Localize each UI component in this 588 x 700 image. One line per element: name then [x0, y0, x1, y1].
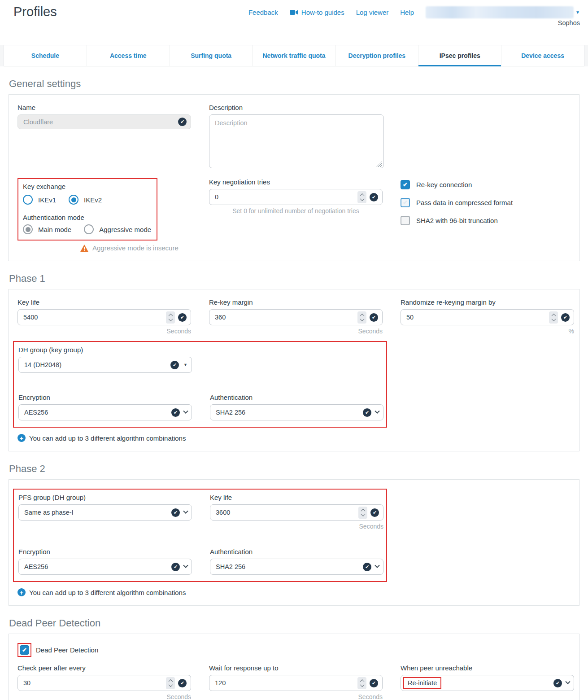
p1-dh-group-select[interactable]: 14 (DH2048) ✔ ▼ [18, 357, 192, 373]
p2-key-life-input[interactable] [216, 509, 358, 516]
p1-key-life-input[interactable] [23, 314, 166, 321]
aggressive-warning: Aggressive mode is insecure [80, 244, 191, 252]
p1-authentication-select[interactable]: SHA2 256 ✔ [210, 404, 383, 420]
chevron-down-icon [183, 409, 188, 414]
p2-add-combination[interactable]: + You can add up to 3 different algorith… [17, 588, 571, 596]
sha2-truncation-checkbox[interactable]: ✔ [401, 216, 410, 225]
p1-rekey-margin-label: Re-key margin [209, 298, 383, 306]
p1-rekey-margin-field[interactable]: ✔ [209, 309, 383, 325]
dpd-wait-label: Wait for response up to [209, 664, 383, 672]
dpd-unreachable-select[interactable]: Re-initiate ✔ [401, 675, 574, 691]
key-exchange-annotation-box: Key exchange IKEv1 IKEv2 Authentication … [17, 178, 157, 241]
description-input[interactable] [209, 114, 384, 168]
p1-rekey-margin-unit: Seconds [209, 328, 383, 335]
feedback-link[interactable]: Feedback [248, 9, 278, 16]
plus-circle-icon: + [17, 434, 26, 442]
number-spinner-icon[interactable] [357, 311, 366, 324]
dpd-wait-input[interactable] [215, 679, 357, 687]
p1-encryption-select[interactable]: AES256 ✔ [18, 404, 192, 420]
p2-pfs-group-select[interactable]: Same as phase-I ✔ [18, 504, 192, 521]
auth-mode-label: Authentication mode [23, 214, 151, 221]
number-spinner-icon[interactable] [166, 311, 175, 324]
dpd-check-peer-label: Check peer after every [17, 664, 191, 672]
radio-ikev2-circle[interactable] [69, 195, 78, 205]
p2-authentication-select[interactable]: SHA2 256 ✔ [210, 559, 383, 575]
number-spinner-icon[interactable] [166, 677, 175, 689]
tab-surfing-quota[interactable]: Surfing quota [170, 45, 253, 66]
p1-encryption-label: Encryption [18, 394, 192, 401]
valid-check-icon: ✔ [171, 408, 180, 417]
dpd-checkbox[interactable]: ✔ [20, 645, 29, 655]
tab-schedule[interactable]: Schedule [4, 45, 87, 66]
radio-aggressive-mode[interactable]: Aggressive mode [84, 224, 151, 234]
caret-down-icon: ▼ [575, 10, 580, 15]
p1-add-combination[interactable]: + You can add up to 3 different algorith… [17, 434, 571, 442]
radio-main-mode[interactable]: Main mode [23, 224, 71, 234]
valid-check-icon: ✔ [370, 193, 378, 201]
key-negotiation-input[interactable] [215, 193, 357, 201]
plus-circle-icon: + [17, 588, 26, 596]
p2-encryption-select[interactable]: AES256 ✔ [18, 559, 192, 575]
sha2-truncation-checkbox-row[interactable]: ✔ SHA2 with 96-bit truncation [401, 216, 574, 225]
p1-randomize-input[interactable] [406, 314, 549, 321]
howto-guides-link[interactable]: How-to guides [290, 9, 344, 16]
valid-check-icon: ✔ [171, 508, 180, 517]
account-name-redacted [426, 6, 574, 18]
account-menu[interactable]: ▼ [426, 6, 580, 18]
radio-main-mode-circle[interactable] [23, 224, 33, 234]
p1-rekey-margin-input[interactable] [215, 314, 357, 321]
warning-triangle-icon [80, 245, 88, 252]
valid-check-icon: ✔ [363, 563, 371, 571]
p1-dh-group-label: DH group (key group) [18, 346, 192, 354]
radio-ikev1[interactable]: IKEv1 [23, 195, 56, 205]
log-viewer-link[interactable]: Log viewer [356, 9, 389, 16]
tab-network-traffic-quota[interactable]: Network traffic quota [253, 45, 335, 66]
help-link[interactable]: Help [400, 9, 414, 16]
radio-aggressive-mode-circle[interactable] [84, 224, 94, 234]
tab-device-access[interactable]: Device access [501, 45, 584, 66]
chevron-down-icon [375, 563, 379, 568]
tab-decryption-profiles[interactable]: Decryption profiles [335, 45, 418, 66]
valid-check-icon: ✔ [363, 408, 371, 417]
key-negotiation-hint: Set 0 for unlimited number of negotiatio… [209, 207, 383, 214]
valid-check-icon: ✔ [178, 118, 187, 126]
dpd-wait-unit: Seconds [209, 693, 383, 700]
dpd-check-peer-unit: Seconds [17, 693, 191, 700]
dpd-unreachable-label: When peer unreachable [401, 664, 574, 672]
key-negotiation-label: Key negotiation tries [209, 178, 383, 186]
page-header: Profiles Feedback How-to guides Log view… [0, 0, 588, 45]
header-links: Feedback How-to guides Log viewer Help ▼ [248, 6, 580, 18]
dpd-wait-field[interactable]: ✔ [209, 675, 383, 691]
phase1-algorithms-annotation-box: DH group (key group) 14 (DH2048) ✔ ▼ Enc… [13, 341, 387, 428]
number-spinner-icon[interactable] [357, 191, 366, 203]
p2-key-life-unit: Seconds [210, 523, 383, 530]
tab-access-time[interactable]: Access time [87, 45, 170, 66]
number-spinner-icon[interactable] [358, 507, 367, 519]
dpd-check-peer-input[interactable] [23, 679, 166, 687]
phase2-algorithms-annotation-box: PFS group (DH group) Same as phase-I ✔ K… [13, 489, 387, 582]
pass-data-checkbox-row[interactable]: ✔ Pass data in compressed format [401, 198, 574, 207]
valid-check-icon: ✔ [370, 508, 379, 517]
p2-encryption-label: Encryption [18, 548, 192, 556]
dpd-checkbox-annotation-box: ✔ [17, 643, 31, 657]
p2-key-life-field[interactable]: ✔ [210, 504, 383, 521]
radio-ikev2[interactable]: IKEv2 [69, 195, 102, 205]
p1-authentication-label: Authentication [210, 394, 383, 401]
valid-check-icon: ✔ [178, 313, 187, 322]
rekey-connection-checkbox[interactable]: ✔ [401, 180, 410, 189]
rekey-connection-checkbox-row[interactable]: ✔ Re-key connection [401, 180, 574, 189]
phase2-section: Phase 2 PFS group (DH group) Same as pha… [8, 463, 580, 606]
radio-ikev1-circle[interactable] [23, 195, 33, 205]
tab-ipsec-profiles[interactable]: IPsec profiles [418, 45, 501, 66]
video-camera-icon [290, 9, 298, 15]
number-spinner-icon[interactable] [357, 677, 366, 689]
description-label: Description [209, 104, 383, 111]
p1-randomize-field[interactable]: ✔ [401, 309, 574, 325]
dpd-section: Dead Peer Detection ✔ Dead Peer Detectio… [8, 617, 580, 700]
pass-data-checkbox[interactable]: ✔ [401, 198, 410, 207]
name-label: Name [17, 104, 191, 111]
key-negotiation-field[interactable]: ✔ [209, 189, 383, 205]
p1-key-life-field[interactable]: ✔ [17, 309, 191, 325]
number-spinner-icon[interactable] [549, 311, 558, 324]
dpd-check-peer-field[interactable]: ✔ [17, 675, 191, 691]
